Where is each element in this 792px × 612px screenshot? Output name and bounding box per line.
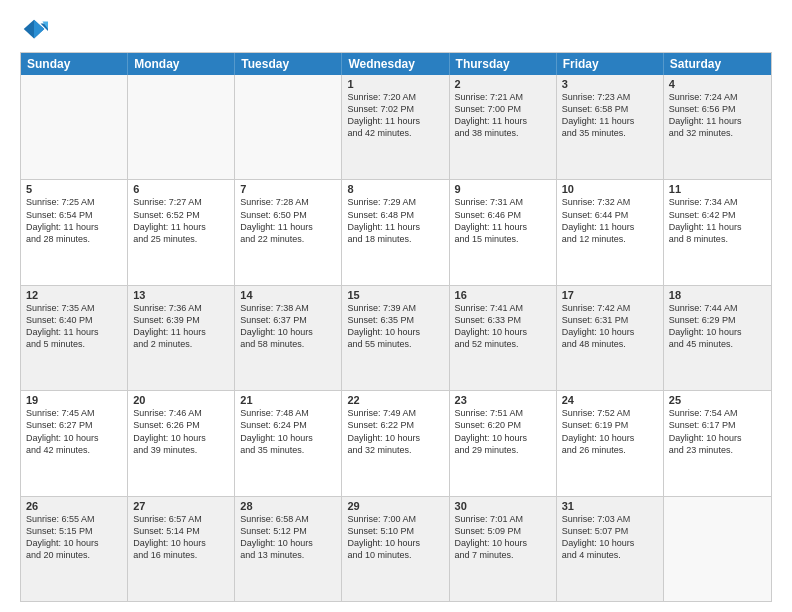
calendar-cell: 20Sunrise: 7:46 AM Sunset: 6:26 PM Dayli… — [128, 391, 235, 495]
day-number: 3 — [562, 78, 658, 90]
day-number: 31 — [562, 500, 658, 512]
calendar-row: 5Sunrise: 7:25 AM Sunset: 6:54 PM Daylig… — [21, 180, 771, 285]
cell-info: Sunrise: 7:21 AM Sunset: 7:00 PM Dayligh… — [455, 92, 528, 138]
calendar-cell: 15Sunrise: 7:39 AM Sunset: 6:35 PM Dayli… — [342, 286, 449, 390]
calendar-row: 12Sunrise: 7:35 AM Sunset: 6:40 PM Dayli… — [21, 286, 771, 391]
calendar-row: 1Sunrise: 7:20 AM Sunset: 7:02 PM Daylig… — [21, 75, 771, 180]
day-number: 23 — [455, 394, 551, 406]
weekday-header: Tuesday — [235, 53, 342, 75]
cell-info: Sunrise: 7:25 AM Sunset: 6:54 PM Dayligh… — [26, 197, 99, 243]
calendar-cell: 30Sunrise: 7:01 AM Sunset: 5:09 PM Dayli… — [450, 497, 557, 601]
calendar-cell: 6Sunrise: 7:27 AM Sunset: 6:52 PM Daylig… — [128, 180, 235, 284]
logo — [20, 16, 50, 44]
weekday-header: Friday — [557, 53, 664, 75]
day-number: 17 — [562, 289, 658, 301]
cell-info: Sunrise: 6:55 AM Sunset: 5:15 PM Dayligh… — [26, 514, 99, 560]
cell-info: Sunrise: 7:54 AM Sunset: 6:17 PM Dayligh… — [669, 408, 742, 454]
day-number: 4 — [669, 78, 766, 90]
cell-info: Sunrise: 7:46 AM Sunset: 6:26 PM Dayligh… — [133, 408, 206, 454]
calendar-cell: 16Sunrise: 7:41 AM Sunset: 6:33 PM Dayli… — [450, 286, 557, 390]
day-number: 30 — [455, 500, 551, 512]
calendar-cell: 13Sunrise: 7:36 AM Sunset: 6:39 PM Dayli… — [128, 286, 235, 390]
day-number: 24 — [562, 394, 658, 406]
cell-info: Sunrise: 7:23 AM Sunset: 6:58 PM Dayligh… — [562, 92, 635, 138]
cell-info: Sunrise: 7:27 AM Sunset: 6:52 PM Dayligh… — [133, 197, 206, 243]
day-number: 8 — [347, 183, 443, 195]
day-number: 1 — [347, 78, 443, 90]
day-number: 28 — [240, 500, 336, 512]
weekday-header: Sunday — [21, 53, 128, 75]
day-number: 11 — [669, 183, 766, 195]
cell-info: Sunrise: 7:49 AM Sunset: 6:22 PM Dayligh… — [347, 408, 420, 454]
day-number: 16 — [455, 289, 551, 301]
calendar-cell: 5Sunrise: 7:25 AM Sunset: 6:54 PM Daylig… — [21, 180, 128, 284]
day-number: 10 — [562, 183, 658, 195]
weekday-header: Monday — [128, 53, 235, 75]
cell-info: Sunrise: 7:44 AM Sunset: 6:29 PM Dayligh… — [669, 303, 742, 349]
cell-info: Sunrise: 7:51 AM Sunset: 6:20 PM Dayligh… — [455, 408, 528, 454]
calendar-cell: 4Sunrise: 7:24 AM Sunset: 6:56 PM Daylig… — [664, 75, 771, 179]
day-number: 26 — [26, 500, 122, 512]
calendar-cell: 18Sunrise: 7:44 AM Sunset: 6:29 PM Dayli… — [664, 286, 771, 390]
calendar-cell: 28Sunrise: 6:58 AM Sunset: 5:12 PM Dayli… — [235, 497, 342, 601]
cell-info: Sunrise: 7:34 AM Sunset: 6:42 PM Dayligh… — [669, 197, 742, 243]
day-number: 13 — [133, 289, 229, 301]
cell-info: Sunrise: 7:39 AM Sunset: 6:35 PM Dayligh… — [347, 303, 420, 349]
calendar-cell: 8Sunrise: 7:29 AM Sunset: 6:48 PM Daylig… — [342, 180, 449, 284]
day-number: 5 — [26, 183, 122, 195]
calendar-cell: 27Sunrise: 6:57 AM Sunset: 5:14 PM Dayli… — [128, 497, 235, 601]
calendar-cell — [664, 497, 771, 601]
calendar-cell: 19Sunrise: 7:45 AM Sunset: 6:27 PM Dayli… — [21, 391, 128, 495]
day-number: 12 — [26, 289, 122, 301]
day-number: 18 — [669, 289, 766, 301]
day-number: 29 — [347, 500, 443, 512]
cell-info: Sunrise: 7:28 AM Sunset: 6:50 PM Dayligh… — [240, 197, 313, 243]
cell-info: Sunrise: 6:57 AM Sunset: 5:14 PM Dayligh… — [133, 514, 206, 560]
calendar-cell — [235, 75, 342, 179]
cell-info: Sunrise: 7:31 AM Sunset: 6:46 PM Dayligh… — [455, 197, 528, 243]
calendar-cell: 31Sunrise: 7:03 AM Sunset: 5:07 PM Dayli… — [557, 497, 664, 601]
calendar-page: SundayMondayTuesdayWednesdayThursdayFrid… — [0, 0, 792, 612]
calendar-row: 26Sunrise: 6:55 AM Sunset: 5:15 PM Dayli… — [21, 497, 771, 601]
calendar-row: 19Sunrise: 7:45 AM Sunset: 6:27 PM Dayli… — [21, 391, 771, 496]
day-number: 6 — [133, 183, 229, 195]
cell-info: Sunrise: 7:36 AM Sunset: 6:39 PM Dayligh… — [133, 303, 206, 349]
weekday-header: Thursday — [450, 53, 557, 75]
day-number: 2 — [455, 78, 551, 90]
cell-info: Sunrise: 7:20 AM Sunset: 7:02 PM Dayligh… — [347, 92, 420, 138]
cell-info: Sunrise: 7:00 AM Sunset: 5:10 PM Dayligh… — [347, 514, 420, 560]
calendar-cell: 9Sunrise: 7:31 AM Sunset: 6:46 PM Daylig… — [450, 180, 557, 284]
calendar-cell: 23Sunrise: 7:51 AM Sunset: 6:20 PM Dayli… — [450, 391, 557, 495]
weekday-header: Saturday — [664, 53, 771, 75]
calendar-cell: 11Sunrise: 7:34 AM Sunset: 6:42 PM Dayli… — [664, 180, 771, 284]
calendar-header: SundayMondayTuesdayWednesdayThursdayFrid… — [21, 53, 771, 75]
calendar-cell — [21, 75, 128, 179]
calendar-cell: 25Sunrise: 7:54 AM Sunset: 6:17 PM Dayli… — [664, 391, 771, 495]
calendar-cell: 21Sunrise: 7:48 AM Sunset: 6:24 PM Dayli… — [235, 391, 342, 495]
cell-info: Sunrise: 7:38 AM Sunset: 6:37 PM Dayligh… — [240, 303, 313, 349]
cell-info: Sunrise: 6:58 AM Sunset: 5:12 PM Dayligh… — [240, 514, 313, 560]
calendar-cell: 26Sunrise: 6:55 AM Sunset: 5:15 PM Dayli… — [21, 497, 128, 601]
cell-info: Sunrise: 7:41 AM Sunset: 6:33 PM Dayligh… — [455, 303, 528, 349]
cell-info: Sunrise: 7:24 AM Sunset: 6:56 PM Dayligh… — [669, 92, 742, 138]
calendar-cell: 22Sunrise: 7:49 AM Sunset: 6:22 PM Dayli… — [342, 391, 449, 495]
calendar-cell: 24Sunrise: 7:52 AM Sunset: 6:19 PM Dayli… — [557, 391, 664, 495]
calendar-cell: 1Sunrise: 7:20 AM Sunset: 7:02 PM Daylig… — [342, 75, 449, 179]
cell-info: Sunrise: 7:52 AM Sunset: 6:19 PM Dayligh… — [562, 408, 635, 454]
calendar-cell: 17Sunrise: 7:42 AM Sunset: 6:31 PM Dayli… — [557, 286, 664, 390]
day-number: 19 — [26, 394, 122, 406]
cell-info: Sunrise: 7:01 AM Sunset: 5:09 PM Dayligh… — [455, 514, 528, 560]
calendar-body: 1Sunrise: 7:20 AM Sunset: 7:02 PM Daylig… — [21, 75, 771, 601]
cell-info: Sunrise: 7:48 AM Sunset: 6:24 PM Dayligh… — [240, 408, 313, 454]
day-number: 25 — [669, 394, 766, 406]
calendar-cell: 2Sunrise: 7:21 AM Sunset: 7:00 PM Daylig… — [450, 75, 557, 179]
svg-marker-1 — [34, 20, 44, 39]
calendar-cell: 12Sunrise: 7:35 AM Sunset: 6:40 PM Dayli… — [21, 286, 128, 390]
day-number: 20 — [133, 394, 229, 406]
day-number: 22 — [347, 394, 443, 406]
cell-info: Sunrise: 7:42 AM Sunset: 6:31 PM Dayligh… — [562, 303, 635, 349]
cell-info: Sunrise: 7:35 AM Sunset: 6:40 PM Dayligh… — [26, 303, 99, 349]
day-number: 15 — [347, 289, 443, 301]
calendar-cell: 14Sunrise: 7:38 AM Sunset: 6:37 PM Dayli… — [235, 286, 342, 390]
calendar-cell: 29Sunrise: 7:00 AM Sunset: 5:10 PM Dayli… — [342, 497, 449, 601]
